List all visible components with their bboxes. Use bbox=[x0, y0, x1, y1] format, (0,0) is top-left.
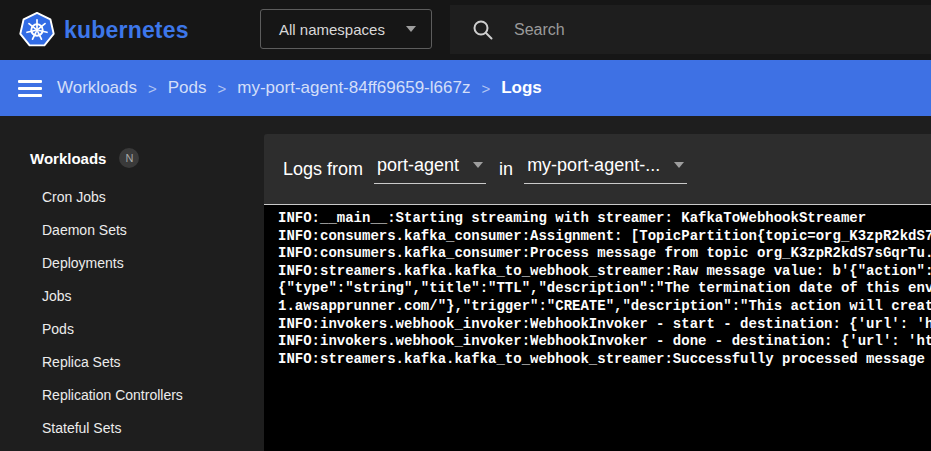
sidebar-nav: Cron Jobs Daemon Sets Deployments Jobs P… bbox=[0, 180, 264, 444]
breadcrumb-bar: Workloads > Pods > my-port-agent-84ff696… bbox=[0, 60, 931, 116]
log-line: INFO:invokers.webhook_invoker:WebhookInv… bbox=[278, 333, 931, 351]
log-line: INFO:consumers.kafka_consumer:Assignment… bbox=[278, 228, 931, 246]
logs-title-prefix: Logs from bbox=[283, 159, 363, 180]
sidebar-section-label: Workloads bbox=[30, 150, 106, 167]
logs-title-infix: in bbox=[499, 159, 513, 180]
sidebar-item-jobs[interactable]: Jobs bbox=[0, 279, 264, 312]
kubernetes-logo-icon bbox=[18, 11, 56, 49]
sidebar-item-replication-controllers[interactable]: Replication Controllers bbox=[0, 378, 264, 411]
log-line: INFO:__main__:Starting streaming with st… bbox=[278, 210, 931, 228]
menu-icon[interactable] bbox=[18, 80, 42, 97]
sidebar-item-daemon-sets[interactable]: Daemon Sets bbox=[0, 213, 264, 246]
breadcrumb-separator: > bbox=[148, 80, 157, 97]
breadcrumb-current-logs: Logs bbox=[501, 78, 542, 98]
breadcrumb-pod-name[interactable]: my-port-agent-84ff69659-l667z bbox=[237, 78, 470, 98]
kubernetes-dashboard: kubernetes All namespaces Workloads > Po… bbox=[0, 0, 931, 451]
sidebar-section-badge: N bbox=[119, 148, 139, 168]
sidebar-item-cron-jobs[interactable]: Cron Jobs bbox=[0, 180, 264, 213]
breadcrumb-workloads[interactable]: Workloads bbox=[57, 78, 137, 98]
sidebar-item-pods[interactable]: Pods bbox=[0, 312, 264, 345]
breadcrumb-separator: > bbox=[481, 80, 490, 97]
breadcrumb-pods[interactable]: Pods bbox=[168, 78, 207, 98]
container-selector-value: port-agent bbox=[377, 155, 459, 176]
logs-card-header: Logs from port-agent in my-port-agent-..… bbox=[264, 134, 931, 204]
breadcrumb: Workloads > Pods > my-port-agent-84ff696… bbox=[57, 78, 542, 98]
namespace-selector-value: All namespaces bbox=[279, 21, 385, 38]
pod-selector-value: my-port-agent-... bbox=[527, 155, 660, 176]
breadcrumb-separator: > bbox=[218, 80, 227, 97]
brand-name: kubernetes bbox=[64, 17, 189, 44]
container-selector[interactable]: port-agent bbox=[374, 155, 486, 184]
sidebar-item-stateful-sets[interactable]: Stateful Sets bbox=[0, 411, 264, 444]
log-line: INFO:streamers.kafka.kafka_to_webhook_st… bbox=[278, 351, 931, 369]
log-line: INFO:invokers.webhook_invoker:WebhookInv… bbox=[278, 316, 931, 334]
chevron-down-icon bbox=[473, 162, 483, 168]
log-line: 1.awsapprunner.com/"},"trigger":"CREATE"… bbox=[278, 298, 931, 316]
logs-card: Logs from port-agent in my-port-agent-..… bbox=[264, 134, 931, 451]
search-bar[interactable] bbox=[450, 5, 931, 54]
top-bar: kubernetes All namespaces bbox=[0, 0, 931, 60]
search-input[interactable] bbox=[514, 21, 931, 39]
sidebar-section-workloads: Workloads N bbox=[30, 148, 264, 168]
namespace-selector[interactable]: All namespaces bbox=[260, 9, 432, 49]
sidebar-item-replica-sets[interactable]: Replica Sets bbox=[0, 345, 264, 378]
brand-link[interactable]: kubernetes bbox=[18, 10, 189, 50]
chevron-down-icon bbox=[406, 26, 416, 32]
sidebar: Workloads N Cron Jobs Daemon Sets Deploy… bbox=[0, 116, 264, 451]
sidebar-item-deployments[interactable]: Deployments bbox=[0, 246, 264, 279]
log-line: INFO:consumers.kafka_consumer:Process me… bbox=[278, 245, 931, 263]
log-viewer[interactable]: INFO:__main__:Starting streaming with st… bbox=[264, 204, 931, 451]
log-line: INFO:streamers.kafka.kafka_to_webhook_st… bbox=[278, 263, 931, 281]
log-line: {"type":"string","title":"TTL","descript… bbox=[278, 280, 931, 298]
search-icon bbox=[472, 19, 494, 41]
chevron-down-icon bbox=[674, 162, 684, 168]
pod-selector[interactable]: my-port-agent-... bbox=[524, 155, 687, 184]
